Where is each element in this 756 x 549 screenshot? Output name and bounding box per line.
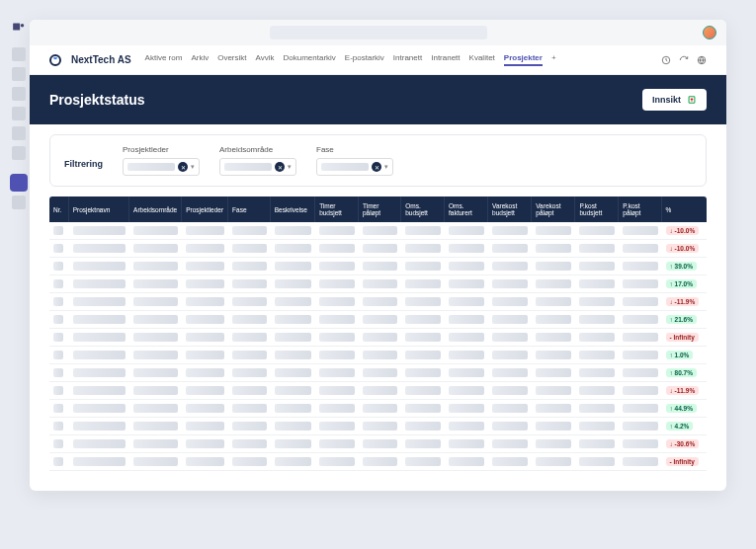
clear-icon[interactable]: ✕ — [372, 162, 381, 172]
rail-item[interactable] — [12, 67, 26, 81]
table-row[interactable]: ↑ 17.0% — [49, 275, 707, 293]
rail-item[interactable] — [12, 196, 26, 209]
cell-skeleton — [492, 404, 528, 413]
nav-link[interactable]: Oversikt — [217, 53, 246, 66]
filter-select[interactable]: ✕▾ — [316, 158, 393, 176]
table-header[interactable]: Varekost påløpt — [532, 196, 575, 222]
nav-link[interactable]: Arkiv — [191, 53, 209, 66]
cell-skeleton — [186, 244, 224, 253]
table-cell — [401, 293, 445, 311]
cell-skeleton — [73, 457, 126, 466]
cell-skeleton — [492, 422, 528, 431]
table-row[interactable]: - Infinity — [49, 329, 707, 347]
cell-skeleton — [133, 262, 178, 271]
table-header[interactable]: Oms. fakturert — [445, 196, 488, 222]
clear-icon[interactable]: ✕ — [275, 162, 285, 172]
cell-skeleton — [186, 422, 224, 431]
cell-skeleton — [536, 279, 571, 288]
rail-item[interactable] — [12, 87, 26, 101]
clear-icon[interactable]: ✕ — [178, 162, 188, 172]
innsikt-button[interactable]: Innsikt — [642, 89, 707, 111]
table-row[interactable]: ↑ 21.6% — [49, 311, 707, 329]
nav-link[interactable]: Aktive rom — [145, 53, 183, 66]
table-cell: ↑ 39.0% — [662, 258, 707, 275]
table-cell — [359, 258, 401, 275]
globe-icon[interactable] — [697, 55, 707, 65]
refresh-icon[interactable] — [679, 55, 689, 65]
table-cell — [69, 240, 129, 258]
cell-skeleton — [186, 333, 224, 342]
table-cell — [532, 329, 575, 347]
table-row[interactable]: ↓ -10.0% — [49, 240, 707, 258]
table-cell — [401, 222, 445, 240]
table-cell — [575, 240, 619, 258]
cell-skeleton — [536, 244, 571, 253]
table-header[interactable]: Oms. budsjett — [401, 196, 445, 222]
table-header[interactable]: Nr. — [49, 196, 69, 222]
table-cell: ↑ 44.9% — [662, 400, 707, 418]
table-row[interactable]: - Infinity — [49, 453, 707, 471]
table-row[interactable]: ↓ -10.0% — [49, 222, 707, 240]
nav-link[interactable]: Avvik — [256, 53, 275, 66]
table-header[interactable]: Prosjektnavn — [69, 196, 129, 222]
rail-item[interactable] — [12, 126, 26, 140]
table-cell — [532, 382, 575, 400]
table-cell — [271, 222, 315, 240]
cell-skeleton — [492, 386, 528, 395]
table-row[interactable]: ↑ 1.0% — [49, 347, 707, 364]
nav-link[interactable]: Intranett — [393, 53, 422, 66]
user-avatar[interactable] — [703, 26, 716, 39]
table-header[interactable]: P.kost budsjett — [575, 196, 619, 222]
table-header[interactable]: % — [662, 196, 707, 222]
table-header[interactable]: Fase — [228, 196, 271, 222]
table-cell — [619, 275, 661, 293]
table-cell — [575, 347, 619, 364]
table-row[interactable]: ↑ 44.9% — [49, 400, 707, 418]
table-header[interactable]: Timer budsjett — [315, 196, 359, 222]
nav-link[interactable]: Intranett — [431, 53, 460, 66]
table-cell — [488, 453, 532, 471]
rail-item[interactable] — [12, 47, 26, 61]
nav-link[interactable]: Prosjekter — [504, 53, 543, 66]
table-header[interactable]: Beskrivelse — [271, 196, 315, 222]
table-row[interactable]: ↑ 80.7% — [49, 364, 707, 382]
rail-item-active[interactable] — [12, 176, 26, 190]
table-header[interactable]: P.kost påløpt — [619, 196, 661, 222]
table-cell — [129, 382, 182, 400]
cell-skeleton — [536, 315, 571, 324]
table-cell — [488, 311, 532, 329]
table-cell — [228, 275, 271, 293]
table-row[interactable]: ↓ -11.9% — [49, 293, 707, 311]
filter-select[interactable]: ✕▾ — [123, 158, 200, 176]
table-cell — [359, 418, 401, 435]
nav-link[interactable]: Dokumentarkiv — [283, 53, 335, 66]
table-row[interactable]: ↓ -30.6% — [49, 435, 707, 453]
table-cell — [619, 382, 661, 400]
table-header[interactable]: Timer påløpt — [359, 196, 401, 222]
nav-link[interactable]: E-postarkiv — [345, 53, 384, 66]
table-header[interactable]: Arbeidsområde — [129, 196, 182, 222]
nav-link[interactable]: Kvalitet — [469, 53, 495, 66]
filter-select[interactable]: ✕▾ — [219, 158, 296, 176]
cell-skeleton — [73, 244, 126, 253]
table-cell — [359, 364, 401, 382]
table-header[interactable]: Prosjektleder — [182, 196, 228, 222]
table-row[interactable]: ↓ -11.9% — [49, 382, 707, 400]
cell-skeleton — [623, 315, 657, 324]
rail-item[interactable] — [12, 146, 26, 160]
table-header[interactable]: Varekost budsjett — [488, 196, 532, 222]
cell-skeleton — [449, 226, 484, 235]
table-cell — [129, 311, 182, 329]
cell-skeleton — [53, 439, 63, 448]
cell-skeleton — [275, 351, 311, 359]
history-icon[interactable] — [661, 55, 671, 65]
table-cell: ↓ -11.9% — [662, 293, 707, 311]
cell-skeleton — [492, 368, 528, 377]
rail-item[interactable] — [12, 107, 26, 120]
table-row[interactable]: ↑ 39.0% — [49, 258, 707, 275]
nav-add-button[interactable]: + — [551, 53, 556, 66]
table-row[interactable]: ↑ 4.2% — [49, 418, 707, 435]
cell-skeleton — [319, 439, 355, 448]
search-input[interactable] — [270, 26, 487, 39]
cell-skeleton — [579, 439, 615, 448]
